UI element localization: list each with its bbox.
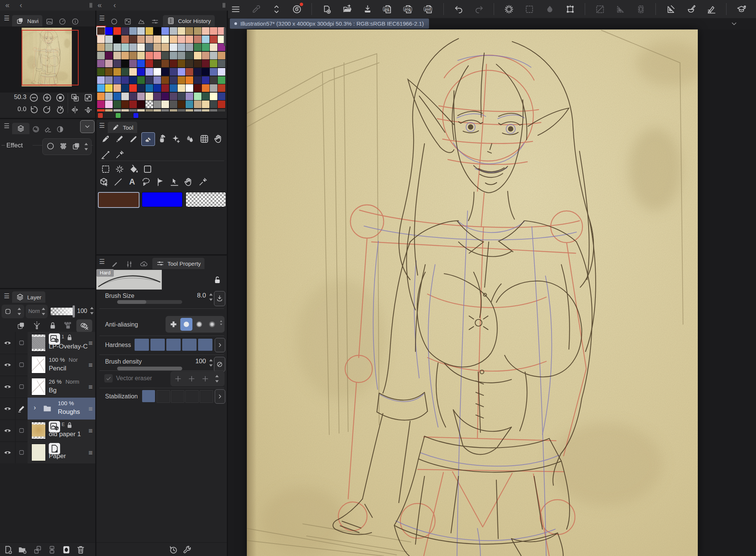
history-swatch[interactable] [170,68,177,76]
history-swatch[interactable] [121,101,129,108]
effect-tone-button[interactable] [59,141,68,151]
tab-tool-property[interactable]: Tool Property [152,258,204,269]
history-swatch-partial[interactable] [161,109,169,112]
history-swatch[interactable] [146,27,153,35]
effect-layer-color-button[interactable] [71,141,81,151]
new-folder-button[interactable] [17,545,28,555]
layer-thumbnail[interactable] [32,444,45,461]
layer-drag-handle[interactable]: ≡ [88,361,93,369]
history-swatch[interactable] [137,68,145,76]
history-swatch[interactable] [218,101,225,108]
history-swatch[interactable] [153,93,161,100]
history-swatch[interactable] [194,36,201,43]
history-swatch[interactable] [105,84,113,92]
history-swatch[interactable] [218,68,225,76]
history-swatch[interactable] [170,76,177,84]
tool-property-menu-icon[interactable]: ☰ [99,259,105,265]
layer-row-content[interactable]: Paper≡ [28,441,95,463]
anti-aliasing-option-0[interactable] [167,318,180,331]
anti-aliasing-option-1[interactable] [180,318,192,331]
layer-row-lp-overlay-c[interactable]: 1LP-Overlay-C≡ [0,332,95,354]
layer-checkbox[interactable] [15,441,28,463]
history-swatch[interactable] [146,68,153,76]
tutorials-button[interactable] [736,3,747,15]
layer-visibility-toggle[interactable] [0,441,15,463]
brush-tool[interactable] [127,132,140,145]
history-swatch[interactable] [97,84,105,92]
history-swatch[interactable] [186,27,193,35]
history-swatch[interactable] [153,52,161,59]
history-swatch[interactable] [161,60,169,67]
history-swatch[interactable] [161,84,169,92]
history-swatch[interactable] [186,101,193,108]
layer-row-bg[interactable]: 26 %NormBg≡ [0,376,95,398]
history-swatch-partial[interactable] [178,109,185,112]
history-swatch[interactable] [137,101,145,108]
layer-panel-menu-icon[interactable]: ☰ [4,293,9,299]
history-swatch[interactable] [113,52,121,59]
history-swatch[interactable] [113,68,121,76]
tab-color-slider[interactable] [149,17,161,26]
anti-aliasing-spinner[interactable] [218,320,224,328]
reference-layer-button[interactable] [32,321,42,330]
layer-visibility-toggle[interactable] [0,398,15,420]
history-swatch[interactable] [178,93,185,100]
layer-visibility-toggle[interactable] [0,332,15,354]
history-swatch[interactable] [105,36,113,43]
layer-drag-handle[interactable]: ≡ [88,383,93,391]
processing-button[interactable] [503,3,514,15]
tool-panel-menu-icon[interactable]: ☰ [99,122,105,129]
layer-row-content[interactable]: 26 %NormBg≡ [28,376,95,398]
history-swatch[interactable] [137,76,145,84]
panel-grip-icon-2[interactable] [220,2,228,9]
history-swatch[interactable] [105,68,113,76]
layer-checkbox[interactable] [15,332,28,354]
history-swatch[interactable] [178,36,185,43]
history-swatch[interactable] [202,27,209,35]
history-swatch[interactable] [113,101,121,108]
pencil-tool[interactable] [113,132,126,145]
history-swatch[interactable] [97,36,105,43]
layer-row-content[interactable]: ›100 %Roughs≡ [28,398,95,420]
brush-density-pressure-button[interactable] [214,357,225,372]
history-swatch[interactable] [194,76,201,84]
quick-swatch[interactable] [116,113,121,118]
history-swatch[interactable] [186,84,193,92]
history-swatch-partial[interactable] [146,109,153,112]
hardblocks-segment-3[interactable] [182,339,197,351]
layer-type-dropdown[interactable] [2,305,24,318]
history-swatch[interactable] [121,84,129,92]
layer-row-old-paper-1[interactable]: Eold paper 1≡ [0,420,95,442]
history-swatch[interactable] [105,93,113,100]
correct-line-tool[interactable] [168,175,181,188]
tab-layer-property[interactable] [12,123,29,134]
balloon-tool[interactable] [140,175,153,188]
history-swatch[interactable] [97,52,105,59]
history-swatch[interactable] [170,27,177,35]
export-psd-button[interactable]: psd [423,3,434,15]
history-swatch[interactable] [186,36,193,43]
hardblocks-segment-1[interactable] [150,339,165,351]
history-swatch[interactable] [194,60,201,67]
history-swatch[interactable] [146,52,153,59]
tab-animation[interactable] [30,124,42,134]
back-panel-mid-icon[interactable]: ‹ [113,1,116,9]
layer-row-paper[interactable]: Paper≡ [0,441,95,464]
canvas-artwork[interactable] [247,29,698,556]
tab-color-mixing[interactable] [136,17,147,26]
history-swatch[interactable] [194,68,201,76]
tab-color-wheel[interactable] [108,17,120,26]
deselect-button[interactable] [524,3,535,15]
hand-tool[interactable] [182,175,195,188]
frame-border-tool[interactable] [154,175,167,188]
layer-mask-button[interactable] [61,545,71,555]
opacity-spinner-icon[interactable] [89,307,94,315]
history-swatch[interactable] [186,93,193,100]
enable-mask-button[interactable] [76,319,92,332]
history-swatch[interactable] [146,84,153,92]
history-swatch[interactable] [146,93,153,100]
erase-to-intersection-button[interactable] [187,374,196,383]
layer-editing-indicator[interactable] [15,398,28,420]
history-swatch[interactable] [186,68,193,76]
zoom-reset-button[interactable] [55,93,65,103]
